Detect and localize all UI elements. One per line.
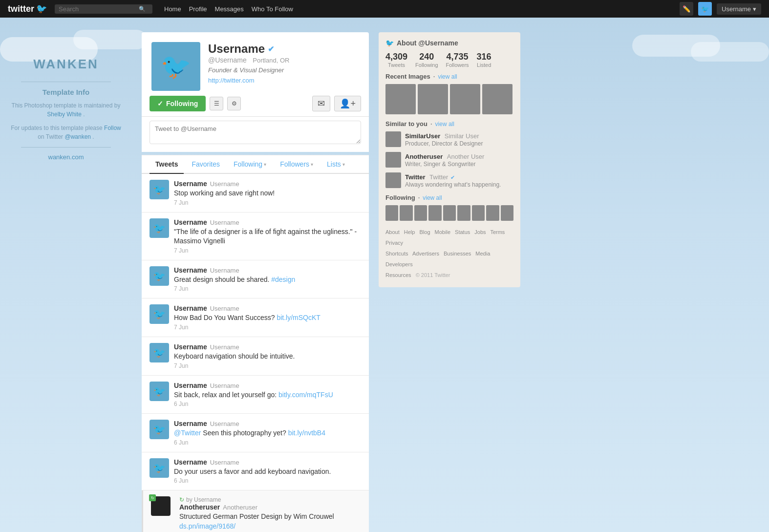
footer-shortcuts-link[interactable]: Shortcuts (385, 251, 408, 256)
tab-followers[interactable]: Followers ▾ (274, 155, 319, 173)
nav-who-to-follow[interactable]: Who To Follow (252, 5, 293, 13)
following-avatar[interactable] (385, 205, 398, 221)
tweet-url-link[interactable]: bitly.com/mqTFsU (278, 391, 333, 399)
following-avatar[interactable] (486, 205, 499, 221)
tweet-username: Username (174, 420, 207, 427)
footer-status-link[interactable]: Status (455, 229, 470, 235)
footer-advertisers-link[interactable]: Advertisers (412, 251, 439, 256)
tweet-date: 7 Jun (174, 324, 361, 331)
profile-url[interactable]: http://twitter.com (208, 77, 255, 84)
view-all-images-link[interactable]: view all (438, 73, 457, 80)
footer-media-link[interactable]: Media (475, 251, 490, 256)
follow-link[interactable]: Follow (104, 125, 121, 131)
footer-businesses-link[interactable]: Businesses (444, 251, 471, 256)
stat-num: 316 (477, 52, 491, 62)
tweet-text: Great design should be shared. #design (174, 275, 361, 285)
tweet-names: Username Username (174, 382, 361, 389)
add-user-button[interactable]: 👤+ (334, 96, 361, 111)
tab-lists[interactable]: Lists ▾ (321, 155, 351, 173)
search-input[interactable] (59, 5, 137, 13)
footer-resources-link[interactable]: Resources (385, 272, 411, 278)
tweet-hashtag-link[interactable]: #design (271, 276, 295, 283)
footer-privacy-link[interactable]: Privacy (385, 240, 403, 246)
following-avatar[interactable] (457, 205, 470, 221)
similar-user-handle: Twitter (429, 173, 448, 181)
nav-links: Home Profile Messages Who To Follow (164, 5, 293, 13)
tweet-text: Structured German Poster Design by Wim C… (179, 512, 361, 531)
profile-card: 🐦 Username ✔ @Username Portland, OR Foun… (142, 32, 369, 152)
tweet-body: Username Username How Bad Do You Want Su… (174, 304, 361, 331)
footer-help-link[interactable]: Help (404, 229, 415, 235)
tweet-avatar-bird-icon: 🐦 (153, 347, 166, 359)
view-all-following-link[interactable]: view all (423, 194, 442, 201)
stat-label: Tweets (385, 62, 407, 68)
nav-right-area: ✏️ 🐦 Username ▾ (680, 2, 761, 16)
footer-about-link[interactable]: About (385, 229, 400, 235)
about-card: 🐦 About @Username 4,309 Tweets 240 Follo… (379, 32, 520, 287)
tweet-url-link[interactable]: bit.ly/nvtbB4 (288, 429, 325, 437)
recent-image[interactable] (482, 84, 513, 114)
tweet-mention-link[interactable]: @Twitter (174, 429, 201, 437)
action-bar: ✓ Following ☰ ⚙ ✉ 👤+ (142, 91, 369, 116)
verified-icon: ✔ (450, 174, 455, 180)
divider (21, 82, 111, 82)
twitter-bird-button[interactable]: 🐦 (698, 2, 712, 16)
twitter-logo: twitter 🐦 (8, 3, 47, 14)
tab-favorites[interactable]: Favorites (186, 155, 226, 173)
tweet-avatar-bird-icon: 🐦 (153, 184, 166, 195)
compose-button[interactable]: ✏️ (680, 2, 693, 16)
footer-developers-link[interactable]: Developers (385, 261, 413, 267)
tab-tweets[interactable]: Tweets (150, 155, 184, 174)
footer-mobile-link[interactable]: Mobile (435, 229, 450, 235)
search-box[interactable]: 🔍 (55, 4, 152, 14)
recent-image[interactable] (385, 84, 416, 114)
website-link[interactable]: wanken.com (10, 153, 122, 161)
tweet-avatar-bird-icon: 🐦 (153, 222, 166, 234)
following-avatar[interactable] (501, 205, 513, 221)
follow-button[interactable]: ✓ Following (150, 96, 206, 111)
tweet-avatar-bird-icon: 🐦 (153, 424, 166, 435)
profile-tabs: Tweets Favorites Following ▾ Followers ▾… (142, 155, 369, 174)
tweet-url-link[interactable]: bit.ly/mSQcKT (277, 314, 320, 321)
tweet-text: Sit back, relax and let yourself go: bit… (174, 390, 361, 400)
stat-label: Listed (477, 62, 491, 68)
tweet-input[interactable] (150, 121, 361, 144)
tweet-avatar: 🐦 (150, 266, 169, 286)
verified-badge-icon: ✔ (268, 44, 274, 54)
template-author-link[interactable]: Shelby White (47, 111, 82, 118)
profile-bio: Founder & Visual Designer (208, 66, 359, 74)
stats-row: 4,309 Tweets 240 Following 4,735 Followe… (385, 52, 513, 68)
nav-messages[interactable]: Messages (215, 5, 244, 13)
following-avatar[interactable] (443, 205, 456, 221)
following-avatar[interactable] (472, 205, 485, 221)
user-menu-button[interactable]: Username ▾ (717, 3, 761, 15)
footer-jobs-link[interactable]: Jobs (474, 229, 486, 235)
tweet-avatar-bird-icon: 🐦 (153, 462, 166, 474)
tweet-username: Username (174, 180, 207, 188)
following-avatar[interactable] (428, 205, 441, 221)
wanken-handle-link[interactable]: @wanken (64, 133, 91, 140)
nav-profile[interactable]: Profile (189, 5, 207, 13)
rt-icon: ↻ (179, 496, 184, 503)
footer-terms-link[interactable]: Terms (490, 229, 505, 235)
tweet-handle: Username (210, 180, 239, 188)
tab-following[interactable]: Following ▾ (228, 155, 272, 173)
view-all-similar-link[interactable]: view all (435, 121, 454, 128)
nav-home[interactable]: Home (164, 5, 181, 13)
list-button[interactable]: ☰ (210, 97, 223, 110)
settings-gear-button[interactable]: ⚙ (227, 97, 241, 110)
tweet-url-link[interactable]: ds.pn/image/9168/ (179, 522, 235, 530)
following-avatar[interactable] (400, 205, 412, 221)
stat-tweets: 4,309 Tweets (385, 52, 407, 68)
similar-user-item: SimilarUser Similar User Producer, Direc… (385, 131, 513, 147)
recent-image[interactable] (450, 84, 480, 114)
following-avatars (385, 205, 513, 221)
sky-background: WANKEN Template Info This Photoshop temp… (0, 18, 769, 532)
similar-user-name: SimilarUser (405, 132, 440, 140)
message-button[interactable]: ✉ (312, 96, 330, 111)
similar-list: SimilarUser Similar User Producer, Direc… (385, 131, 513, 188)
tweet-avatar-bird-icon: 🐦 (153, 308, 166, 320)
footer-blog-link[interactable]: Blog (420, 229, 430, 235)
recent-image[interactable] (418, 84, 448, 114)
following-avatar[interactable] (414, 205, 427, 221)
